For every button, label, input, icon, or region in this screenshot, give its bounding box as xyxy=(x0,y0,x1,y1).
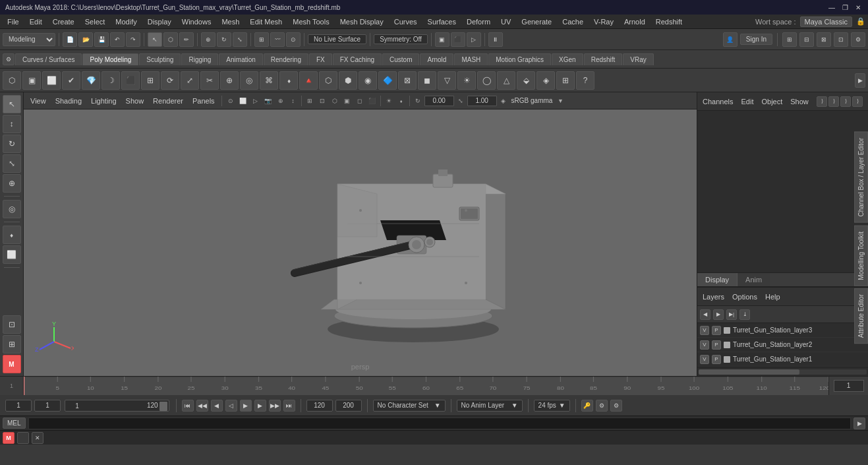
character-set-dropdown[interactable]: No Character Set ▼ xyxy=(373,400,446,412)
shelf-tab-sculpting[interactable]: Sculpting xyxy=(139,53,181,65)
menu-cache[interactable]: Cache xyxy=(558,16,588,27)
play-back-button[interactable]: ◁ xyxy=(225,400,237,412)
add-key-button[interactable]: 🔑 xyxy=(581,400,593,412)
step-forward-button[interactable]: ▶▶ xyxy=(269,400,281,412)
shelf-icon-15[interactable]: ⬧ xyxy=(279,71,298,90)
open-file-button[interactable]: 📂 xyxy=(78,32,93,47)
shelf-icon-29[interactable]: ⊞ xyxy=(556,71,575,90)
shelf-icon-9[interactable]: ⟳ xyxy=(161,71,179,90)
shelf-tab-rendering[interactable]: Rendering xyxy=(264,53,308,65)
shelf-icon-14[interactable]: ⌘ xyxy=(260,71,278,90)
shelf-tab-vray[interactable]: VRay xyxy=(623,53,653,65)
shelf-tab-xgen[interactable]: XGen xyxy=(552,53,583,65)
script-input-field[interactable] xyxy=(28,418,851,429)
layer1-ref[interactable]: P xyxy=(712,355,721,364)
shelf-icon-6[interactable]: ☽ xyxy=(101,71,120,90)
channel-box-icon1[interactable]: ⟩ xyxy=(817,96,827,107)
shelf-icon-3[interactable]: ⬜ xyxy=(42,71,61,90)
step-back-button[interactable]: ◀◀ xyxy=(196,400,208,412)
shelf-icon-28[interactable]: ◈ xyxy=(536,71,555,90)
range-bar[interactable]: 120 xyxy=(65,400,169,412)
menu-select[interactable]: Select xyxy=(80,16,110,27)
menu-mesh[interactable]: Mesh xyxy=(217,16,244,27)
shelf-tab-curves-surfaces[interactable]: Curves / Surfaces xyxy=(15,53,82,65)
shelf-tab-fx-caching[interactable]: FX Caching xyxy=(333,53,382,65)
minimize-button[interactable]: — xyxy=(827,3,836,12)
select-tool-left[interactable]: ↖ xyxy=(3,95,21,113)
prev-frame-button[interactable]: ◀ xyxy=(211,400,223,412)
task-empty-button1[interactable] xyxy=(17,432,29,444)
icons-toggle-button[interactable]: ⊞ xyxy=(782,32,797,47)
range-end-input[interactable] xyxy=(306,400,333,412)
layers-header[interactable]: Layers xyxy=(703,293,724,301)
menu-edit-mesh[interactable]: Edit Mesh xyxy=(245,16,287,27)
shelf-settings-button[interactable]: ⚙ xyxy=(3,53,14,65)
script-execute-button[interactable]: ▶ xyxy=(854,418,865,429)
menu-arnold[interactable]: Arnold xyxy=(620,16,650,27)
new-file-button[interactable]: 📄 xyxy=(63,32,77,47)
shelf-icon-22[interactable]: ◼ xyxy=(418,71,436,90)
layer-next-button[interactable]: ▶ xyxy=(713,309,724,320)
layer-prev-button[interactable]: ◀ xyxy=(700,309,710,320)
menu-modify[interactable]: Modify xyxy=(111,16,141,27)
vp-menu-shading[interactable]: Shading xyxy=(51,96,86,106)
maximize-button[interactable]: ❐ xyxy=(840,3,850,12)
shelf-icon-24[interactable]: ☀ xyxy=(457,71,476,90)
play-forward-button[interactable]: ▶ xyxy=(240,400,252,412)
viewport[interactable]: View Shading Lighting Show Renderer Pane… xyxy=(24,92,697,376)
channel-box-layer-editor-tab[interactable]: Channel Box / Layer Editor xyxy=(854,132,868,223)
show-manipulator-left[interactable]: ⊡ xyxy=(3,315,21,334)
shelf-icon-1[interactable]: ⬡ xyxy=(3,71,21,90)
snap-grid-button[interactable]: ⊞ xyxy=(254,32,269,47)
lasso-select-button[interactable]: ⬡ xyxy=(163,32,178,47)
display-tab[interactable]: Display xyxy=(697,273,738,286)
render-button[interactable]: ⬛ xyxy=(451,32,465,47)
vp-menu-panels[interactable]: Panels xyxy=(188,96,219,106)
icons-toggle-button2[interactable]: ⊟ xyxy=(799,32,814,47)
script-type-button[interactable]: MEL xyxy=(3,418,26,429)
rotate-tool-left[interactable]: ↻ xyxy=(3,135,21,153)
shelf-tab-redshift[interactable]: Redshift xyxy=(584,53,623,65)
shelf-tab-custom[interactable]: Custom xyxy=(382,53,419,65)
shelf-tab-mash[interactable]: MASH xyxy=(454,53,488,65)
menu-redshift[interactable]: Redshift xyxy=(651,16,687,27)
shelf-tab-poly-modeling[interactable]: Poly Modeling xyxy=(82,53,138,65)
shelf-icon-11[interactable]: ✂ xyxy=(200,71,219,90)
shelf-tab-fx[interactable]: FX xyxy=(309,53,332,65)
marquee-select-left[interactable]: ⬜ xyxy=(3,245,21,264)
channel-box-icon4[interactable]: ⟩ xyxy=(852,96,863,107)
redo-button[interactable]: ↷ xyxy=(126,32,140,47)
layer3-vis[interactable]: V xyxy=(700,326,709,335)
show-grid-left[interactable]: ⊞ xyxy=(3,335,21,354)
layer2-vis[interactable]: V xyxy=(700,340,709,350)
viewport-content[interactable]: X Y Z persp xyxy=(24,109,697,376)
select-tool-button[interactable]: ↖ xyxy=(148,32,162,47)
vp-menu-show[interactable]: Show xyxy=(122,96,148,106)
move-tool-button[interactable]: ⊕ xyxy=(201,32,216,47)
anim-tab[interactable]: Anim xyxy=(738,273,770,286)
shelf-icon-13[interactable]: ◎ xyxy=(240,71,258,90)
snap-curve-button[interactable]: 〰 xyxy=(270,32,285,47)
workspace-value[interactable]: Maya Classic xyxy=(800,16,852,27)
icons-toggle-button4[interactable]: ⊡ xyxy=(834,32,848,47)
shelf-tab-rigging[interactable]: Rigging xyxy=(181,53,218,65)
menu-file[interactable]: File xyxy=(3,16,24,27)
anim-layer-dropdown[interactable]: No Anim Layer ▼ xyxy=(457,400,523,412)
shelf-icon-4[interactable]: ✔ xyxy=(62,71,80,90)
layer-row-3[interactable]: V P Turret_Gun_Station_layer3 xyxy=(697,323,868,338)
move-tool-left[interactable]: ↕ xyxy=(3,115,21,133)
menu-display[interactable]: Display xyxy=(143,16,176,27)
range-start-input[interactable] xyxy=(65,400,89,412)
menu-edit[interactable]: Edit xyxy=(25,16,47,27)
modelling-toolkit-tab[interactable]: Modelling Toolkit xyxy=(854,226,868,286)
shelf-tab-animation[interactable]: Animation xyxy=(219,53,262,65)
shelf-icon-27[interactable]: ⬙ xyxy=(517,71,535,90)
fps-display[interactable]: 24 fps ▼ xyxy=(534,400,570,412)
shelf-icon-21[interactable]: ⊠ xyxy=(398,71,417,90)
snap-point-button[interactable]: ⊙ xyxy=(286,32,301,47)
skip-to-start-button[interactable]: ⏮ xyxy=(182,400,194,412)
channel-box-icon3[interactable]: ⟩ xyxy=(840,96,851,107)
shelf-icon-12[interactable]: ⊕ xyxy=(220,71,239,90)
menu-surfaces[interactable]: Surfaces xyxy=(423,16,461,27)
paint-select-button[interactable]: ✏ xyxy=(179,32,194,47)
